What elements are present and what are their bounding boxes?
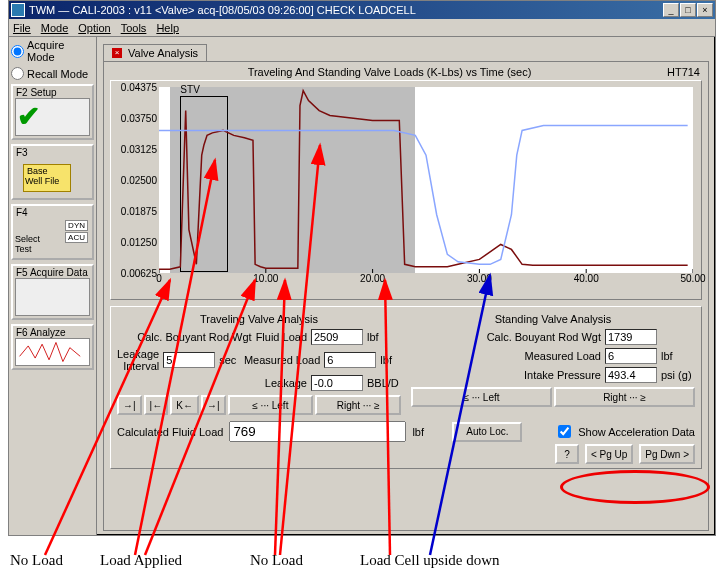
main-panel: × Valve Analysis Traveling And Standing … bbox=[97, 37, 715, 535]
f2-setup-button[interactable]: F2 Setup ✔ bbox=[11, 84, 94, 140]
ytick-1: 0.01250 bbox=[121, 236, 159, 247]
f3-wellfile-button[interactable]: F3 Base Well File bbox=[11, 144, 94, 200]
trav-leakage-field[interactable] bbox=[311, 375, 363, 391]
f2-label: F2 Setup bbox=[16, 87, 57, 98]
nav-prev1[interactable]: K← bbox=[170, 395, 199, 415]
trav-leakage-label: Leakage bbox=[265, 377, 307, 389]
stand-measload-label: Measured Load bbox=[411, 350, 601, 362]
f6-analyze-button[interactable]: F6 Analyze bbox=[11, 324, 94, 370]
tab-strip: × Valve Analysis bbox=[103, 41, 709, 61]
trav-calc-label: Calc. Bouyant Rod Wgt bbox=[117, 331, 252, 343]
stand-intake-label: Intake Pressure bbox=[411, 369, 601, 381]
chart-panel: Traveling And Standing Valve Loads (K-Lb… bbox=[103, 61, 709, 531]
anno-no-load-2: No Load bbox=[250, 552, 303, 569]
plot-svg bbox=[159, 87, 693, 273]
tab-valve-analysis[interactable]: × Valve Analysis bbox=[103, 44, 207, 61]
auto-loc-button[interactable]: Auto Loc. bbox=[452, 422, 522, 442]
menu-help[interactable]: Help bbox=[156, 22, 179, 34]
mode-acquire[interactable]: Acquire Mode bbox=[11, 39, 94, 63]
menu-tools[interactable]: Tools bbox=[121, 22, 147, 34]
ytick-0: 0.00625 bbox=[121, 268, 159, 279]
checkmark-icon: ✔ bbox=[17, 100, 40, 133]
stand-intake-field[interactable] bbox=[605, 367, 657, 383]
stand-calc-field[interactable] bbox=[605, 329, 657, 345]
show-accel-label: Show Acceleration Data bbox=[578, 426, 695, 438]
calc-fluid-label: Calculated Fluid Load bbox=[117, 426, 223, 438]
menu-option[interactable]: Option bbox=[78, 22, 110, 34]
title-bar: TWM — CALI-2003 : v11 <Valve> acq-[08/05… bbox=[9, 1, 715, 19]
standing-nav: ≤ ··· Left Right ··· ≥ bbox=[411, 387, 695, 407]
nav-left[interactable]: ≤ ··· Left bbox=[228, 395, 314, 415]
radio-acquire-label: Acquire Mode bbox=[27, 39, 94, 63]
stand-measload-unit: lbf bbox=[661, 350, 695, 362]
trav-fluidload-label: Fluid Load bbox=[256, 331, 307, 343]
ytick-5: 0.03750 bbox=[121, 113, 159, 124]
f3-label: F3 bbox=[16, 147, 28, 158]
radio-recall[interactable] bbox=[11, 67, 24, 80]
trav-measload-label: Measured Load bbox=[244, 354, 320, 366]
close-button[interactable]: × bbox=[697, 3, 713, 17]
f5-graphic bbox=[15, 278, 90, 316]
f6-graphic bbox=[15, 338, 90, 366]
standing-column: Standing Valve Analysis Calc. Bouyant Ro… bbox=[411, 313, 695, 415]
stand-calc-label: Calc. Bouyant Rod Wgt bbox=[411, 331, 601, 343]
minimize-button[interactable]: _ bbox=[663, 3, 679, 17]
anno-upside-down: Load Cell upside down bbox=[360, 552, 500, 569]
nav-first[interactable]: →| bbox=[117, 395, 142, 415]
trav-leakage-interval-field[interactable] bbox=[163, 352, 215, 368]
nav-next1[interactable]: →| bbox=[201, 395, 226, 415]
f4-label: F4 bbox=[16, 207, 28, 218]
sidebar: Acquire Mode Recall Mode F2 Setup ✔ F3 B… bbox=[9, 37, 97, 535]
menu-bar: File Mode Option Tools Help bbox=[9, 19, 715, 37]
xtick-0: 0 bbox=[156, 273, 162, 284]
trav-fluid-load-field[interactable] bbox=[311, 329, 363, 345]
menu-file[interactable]: File bbox=[13, 22, 31, 34]
traveling-column: Traveling Valve Analysis Calc. Bouyant R… bbox=[117, 313, 401, 415]
f4-acu-label: ACU bbox=[65, 232, 88, 243]
page-root: TWM — CALI-2003 : v11 <Valve> acq-[08/05… bbox=[0, 0, 724, 574]
tab-close-icon[interactable]: × bbox=[112, 48, 122, 58]
f6-label: F6 Analyze bbox=[16, 327, 65, 338]
stand-intake-unit: psi (g) bbox=[661, 369, 695, 381]
app-icon bbox=[11, 3, 25, 17]
analysis-group: Traveling Valve Analysis Calc. Bouyant R… bbox=[110, 306, 702, 469]
nav-right[interactable]: Right ··· ≥ bbox=[315, 395, 401, 415]
f4-sub: Select Test bbox=[15, 234, 45, 254]
anno-no-load-1: No Load bbox=[10, 552, 63, 569]
ytick-3: 0.02500 bbox=[121, 175, 159, 186]
app-window: TWM — CALI-2003 : v11 <Valve> acq-[08/05… bbox=[8, 0, 716, 536]
nav-left2[interactable]: ≤ ··· Left bbox=[411, 387, 552, 407]
xtick-3: 30.00 bbox=[467, 273, 492, 284]
content-area: Acquire Mode Recall Mode F2 Setup ✔ F3 B… bbox=[9, 37, 715, 535]
traveling-title: Traveling Valve Analysis bbox=[117, 313, 401, 325]
f4-dyn-label: DYN bbox=[65, 220, 88, 231]
anno-load-applied: Load Applied bbox=[100, 552, 182, 569]
xtick-2: 20.00 bbox=[360, 273, 385, 284]
calc-fluid-unit: lbf bbox=[412, 426, 446, 438]
trav-measload-unit: lbf bbox=[380, 354, 401, 366]
f5-label: F5 Acquire Data bbox=[16, 267, 88, 278]
mode-recall[interactable]: Recall Mode bbox=[11, 67, 94, 80]
show-accel-checkbox[interactable] bbox=[558, 425, 571, 438]
help-button[interactable]: ? bbox=[555, 444, 579, 464]
trav-measured-load-field[interactable] bbox=[324, 352, 376, 368]
ytick-2: 0.01875 bbox=[121, 206, 159, 217]
f3-sub1: Base bbox=[27, 166, 48, 176]
pgdn-button[interactable]: Pg Dwn > bbox=[639, 444, 695, 464]
plot-area[interactable]: 0.00625 0.01250 0.01875 0.02500 0.03125 … bbox=[110, 80, 702, 300]
nav-right2[interactable]: Right ··· ≥ bbox=[554, 387, 695, 407]
trav-leakage-unit: BBL/D bbox=[367, 377, 401, 389]
stand-measload-field[interactable] bbox=[605, 348, 657, 364]
xtick-1: 10.00 bbox=[253, 273, 278, 284]
plot-inner: 0.00625 0.01250 0.01875 0.02500 0.03125 … bbox=[159, 87, 693, 273]
chart-title: Traveling And Standing Valve Loads (K-Lb… bbox=[112, 66, 667, 78]
calc-fluid-field[interactable] bbox=[229, 421, 406, 442]
nav-prev2[interactable]: |← bbox=[144, 395, 169, 415]
show-accel-row[interactable]: Show Acceleration Data bbox=[554, 422, 695, 441]
f5-acquire-data-button[interactable]: F5 Acquire Data bbox=[11, 264, 94, 320]
maximize-button[interactable]: □ bbox=[680, 3, 696, 17]
menu-mode[interactable]: Mode bbox=[41, 22, 69, 34]
pgup-button[interactable]: < Pg Up bbox=[585, 444, 633, 464]
radio-acquire[interactable] bbox=[11, 45, 24, 58]
f4-select-test-button[interactable]: F4 Select Test DYN ACU bbox=[11, 204, 94, 260]
